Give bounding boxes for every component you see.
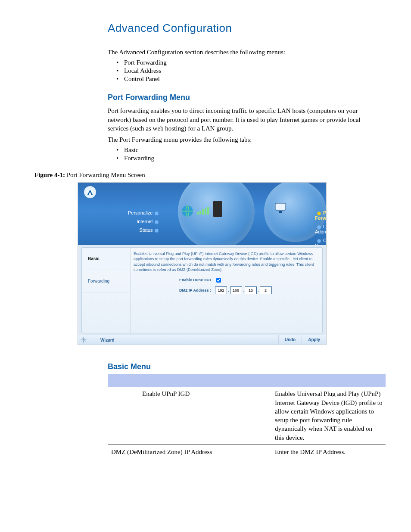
nav-dot-icon — [155, 221, 158, 224]
intro-paragraph: The Advanced Configuration section descr… — [108, 48, 377, 56]
tab-basic[interactable]: Basic — [82, 248, 130, 270]
modem-icon — [213, 201, 222, 217]
svg-rect-7 — [279, 211, 282, 213]
wizard-icon — [81, 337, 87, 343]
globe-icon — [181, 205, 193, 217]
chapter-title: Advanced Configuration — [108, 22, 377, 35]
svg-rect-4 — [205, 208, 206, 215]
nav-item-local-address[interactable]: Local Address — [315, 224, 326, 234]
ip-dot: . — [243, 288, 244, 293]
port-forwarding-heading: Port Forwarding Menu — [108, 93, 377, 102]
intro-bullet: Local Address — [116, 67, 377, 75]
basic-menu-table: Enable UPnP IGD Enables Universal Plug a… — [108, 374, 386, 459]
nav-dot-icon — [155, 212, 158, 215]
nav-right: Port Forwarding Local Address Control Pa… — [315, 207, 326, 245]
svg-rect-2 — [199, 211, 201, 215]
svg-rect-1 — [197, 212, 199, 215]
pf-tab-bullets: Basic Forwarding — [116, 146, 377, 162]
intro-bullet: Control Panel — [116, 75, 377, 83]
pf-paragraph-2: The Port Forwarding menu provides the fo… — [108, 135, 377, 144]
intro-bullets: Port Forwarding Local Address Control Pa… — [116, 59, 377, 83]
basic-menu-heading: Basic Menu — [108, 362, 377, 371]
pf-tab-bullet: Forwarding — [116, 155, 377, 162]
nav-item-control-panel[interactable]: Control Panel — [315, 238, 326, 245]
svg-rect-5 — [207, 207, 209, 215]
svg-rect-3 — [202, 209, 204, 215]
ip-dot: . — [228, 288, 229, 293]
table-header-row — [108, 374, 386, 387]
ui-footer: Wizard Undo Apply — [78, 335, 326, 345]
cell-desc: Enables Universal Plug and Play (UPnP) I… — [274, 387, 386, 445]
panel-description: Enables Universal Plug and Play (UPnP) I… — [134, 251, 319, 272]
figure-caption-text: Port Forwarding Menu Screen — [65, 171, 145, 178]
nav-dot-icon — [318, 240, 321, 243]
nav-dot-icon — [318, 226, 321, 229]
side-tabs: Basic Forwarding — [82, 248, 131, 333]
enable-upnp-checkbox[interactable] — [216, 278, 221, 283]
router-ui-screenshot: Personalize Internet Status Port Forward… — [78, 182, 327, 345]
figure-caption: Figure 4-1: Port Forwarding Menu Screen — [34, 171, 377, 179]
ui-body: Basic Forwarding Enables Universal Plug … — [81, 247, 323, 333]
pf-paragraph-1: Port forwarding enables you to direct in… — [108, 106, 377, 133]
monitor-icon — [274, 202, 287, 214]
ui-header: Personalize Internet Status Port Forward… — [78, 183, 326, 245]
nav-item-port-forwarding[interactable]: Port Forwarding — [315, 210, 326, 221]
pf-tab-bullet: Basic — [116, 146, 377, 154]
apply-button[interactable]: Apply — [302, 335, 326, 345]
table-header-field — [108, 374, 274, 387]
cell-field: DMZ (DeMilitarized Zone) IP Address — [108, 445, 274, 459]
table-row: Enable UPnP IGD Enables Universal Plug a… — [108, 387, 386, 445]
dmz-ip-octet-2[interactable] — [230, 286, 242, 294]
wizard-button[interactable]: Wizard — [89, 338, 115, 342]
ip-dot: . — [258, 288, 259, 293]
table-row: DMZ (DeMilitarized Zone) IP Address Ente… — [108, 445, 386, 459]
dmz-ip-octet-4[interactable] — [260, 286, 272, 294]
enable-upnp-label: Enable UPnP IGD — [179, 277, 211, 283]
nav-dot-icon — [155, 229, 158, 232]
nav-item-internet[interactable]: Internet — [128, 219, 161, 224]
nav-dot-icon — [318, 212, 321, 215]
nav-item-status[interactable]: Status — [128, 227, 161, 233]
dmz-ip-octet-1[interactable] — [215, 286, 227, 294]
dmz-ip-label: DMZ IP Address : — [179, 288, 211, 293]
svg-rect-6 — [275, 203, 286, 210]
cell-desc: Enter the DMZ IP Address. — [274, 445, 386, 459]
cell-field: Enable UPnP IGD — [108, 387, 274, 445]
intro-bullet: Port Forwarding — [116, 59, 377, 66]
figure-label: Figure 4-1: — [34, 171, 65, 178]
dmz-ip-octet-3[interactable] — [245, 286, 257, 294]
table-header-desc — [274, 374, 386, 387]
tab-forwarding[interactable]: Forwarding — [82, 270, 130, 292]
nav-item-personalize[interactable]: Personalize — [128, 210, 161, 215]
row-dmz-ip: DMZ IP Address : . . . — [179, 286, 319, 294]
panel-content: Enables Universal Plug and Play (UPnP) I… — [134, 251, 319, 330]
undo-button[interactable]: Undo — [278, 335, 302, 345]
signal-bars-icon — [197, 207, 210, 215]
nav-left: Personalize Internet Status — [128, 207, 161, 236]
row-enable-upnp: Enable UPnP IGD — [179, 277, 319, 284]
motorola-logo-icon — [84, 186, 96, 198]
